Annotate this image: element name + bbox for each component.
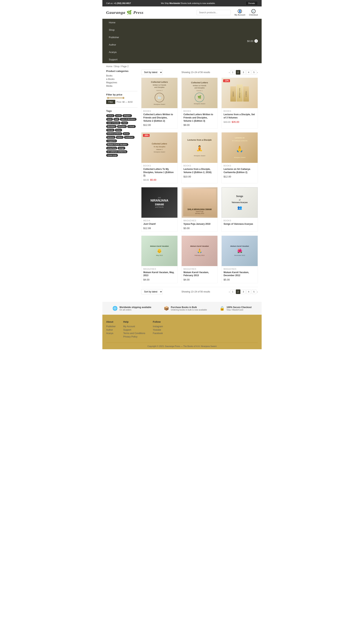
tag-mukam-karoti-vacalam[interactable]: Mukam Karoti Vacalam — [106, 143, 128, 146]
range-thumb-right[interactable] — [122, 97, 124, 99]
page-3[interactable]: 3 — [241, 70, 246, 75]
product-card-9[interactable]: Songs of Vaisnava Acaryas 👥 BOOKS Songs … — [222, 187, 258, 232]
product-card-3[interactable]: -13% Lectures from a Disciple Volume 3 B… — [222, 78, 258, 128]
tag-sri-caitanya-caritamrta[interactable]: sri caitanya caritamrta — [106, 150, 128, 153]
tag-bulk[interactable]: bulk — [113, 118, 120, 121]
sort-select[interactable]: Sort by latest — [141, 70, 163, 75]
footer-facebook[interactable]: Facebook — [153, 332, 163, 335]
footer-support[interactable]: Support — [123, 329, 145, 331]
page-5-bottom[interactable]: 5 — [252, 289, 256, 294]
tag-letters[interactable]: letters — [116, 136, 124, 139]
my-account-button[interactable]: 👤 My Account — [234, 9, 245, 16]
nav-shop[interactable]: Shop — [106, 26, 122, 34]
price-range-bar[interactable] — [106, 98, 123, 98]
tag-magazine[interactable]: magazine — [106, 139, 117, 142]
tag-lectures[interactable]: lectures — [106, 136, 116, 139]
page-1-bottom[interactable]: 1 — [230, 289, 235, 294]
checkout-button[interactable]: 🛒 Checkout — [249, 9, 258, 16]
tag-acarya[interactable]: acarya — [106, 114, 114, 117]
tag-preaching[interactable]: preaching — [106, 147, 117, 150]
product-card-6[interactable]: Lectures on Sri Caitanya-caritamrta 🙏 Ni… — [222, 132, 258, 183]
nav-acarya[interactable]: Acarya — [106, 48, 122, 56]
tag-songs[interactable]: songs — [118, 147, 125, 150]
footer-terms[interactable]: Terms and Conditions — [123, 332, 145, 335]
footer-acarya[interactable]: Acarya — [106, 332, 116, 335]
footer-my-account[interactable]: My Account — [123, 325, 145, 328]
category-magazines[interactable]: Magazines — [106, 81, 138, 84]
product-title[interactable]: Collected Letters Written to Friends and… — [184, 113, 216, 122]
filter-button[interactable]: Filter — [106, 100, 115, 104]
product-title[interactable]: Lectures on Sri Caitanya Caritamrita (Ed… — [224, 168, 256, 174]
nav-support[interactable]: Support — [106, 56, 122, 63]
next-page[interactable]: › — [257, 71, 258, 74]
prev-page[interactable]: ‹ — [229, 71, 230, 74]
tag-kirtan[interactable]: kirtan — [115, 129, 122, 132]
tag-krishna-protects[interactable]: krishna protects — [106, 132, 122, 135]
page-1[interactable]: 1 — [230, 70, 235, 75]
tag-krsna[interactable]: krsna — [123, 132, 130, 135]
product-card-7[interactable]: just NIRANJANA SWAMI and friends MEDIA J… — [141, 187, 178, 232]
next-page-bottom[interactable]: › — [257, 290, 258, 293]
product-card-5[interactable]: Lectures from a Disciple 🧘 Niranjana Swa… — [182, 132, 218, 183]
cart-info[interactable]: $0.00 0 — [247, 39, 258, 43]
account-icon: 👤 — [238, 9, 242, 13]
product-title[interactable]: Mukam Karoti Vacalam, December 2012 — [224, 271, 256, 277]
product-title[interactable]: Lectures from a Disciple, Volume 2 (Edit… — [184, 168, 216, 174]
feature-desc: On all orders — [120, 309, 151, 311]
tag-friends[interactable]: friends — [106, 129, 114, 132]
range-thumb-left[interactable] — [107, 97, 109, 99]
product-title[interactable]: Collected Letters To My Disciples, Volum… — [143, 168, 176, 177]
page-3-bottom[interactable]: 3 — [241, 289, 246, 294]
product-title[interactable]: Songs of Vaisnava Acaryas — [224, 223, 256, 226]
product-title[interactable]: Lectures from a Disciple, Set of 3 Volum… — [224, 113, 256, 119]
product-card-12[interactable]: Mukam Karoti Vacalam 🌺 December 2012 MAG… — [222, 236, 258, 283]
footer-privacy[interactable]: Privacy Policy — [123, 335, 145, 338]
page-2-bottom[interactable]: 2 — [236, 289, 240, 294]
tag-audio[interactable]: audio — [115, 114, 122, 117]
nav-home[interactable]: Home — [106, 19, 122, 26]
tag-devotees[interactable]: devotees — [106, 125, 116, 128]
tag-book[interactable]: book — [106, 118, 113, 121]
product-card-4[interactable]: -38% Collected Letters To My Disciples V… — [141, 132, 178, 183]
donate-button[interactable]: Donate — [246, 1, 258, 5]
nav-publisher[interactable]: Publisher — [106, 34, 122, 41]
footer-youtube[interactable]: Youtube — [153, 329, 163, 331]
product-card-8[interactable]: SHILA NIRANJANA SWAMI Vyasa Puja January… — [182, 187, 218, 232]
breadcrumb-home[interactable]: Home — [106, 65, 112, 68]
product-title[interactable]: Mukam Karoti Vacalam, May, 2013 — [143, 271, 176, 277]
sort-select-bottom[interactable]: Sort by latest — [141, 289, 163, 294]
product-title[interactable]: Just Chant! — [143, 223, 176, 226]
page-2[interactable]: 2 — [236, 70, 240, 75]
product-title[interactable]: Collected Letters Written to Friends and… — [143, 113, 176, 122]
nav-author[interactable]: Author — [106, 41, 122, 48]
product-title[interactable]: Vyasa Puja January 2010 — [184, 223, 216, 226]
category-ebooks[interactable]: e-Books — [106, 77, 138, 81]
breadcrumb-shop[interactable]: Shop — [114, 65, 120, 68]
tag-case-of-books[interactable]: case of books — [106, 121, 120, 124]
prev-page-bottom[interactable]: ‹ — [229, 290, 230, 293]
category-media[interactable]: Media — [106, 84, 138, 88]
logo[interactable]: Gauranga 🌿 Press — [106, 10, 144, 15]
category-books[interactable]: Books — [106, 74, 138, 77]
search-input[interactable] — [196, 10, 231, 15]
tag-lockdown[interactable]: lockdown — [124, 136, 134, 139]
footer-publisher[interactable]: Publisher — [106, 325, 116, 328]
tag-bhajans[interactable]: bhajans — [122, 114, 132, 117]
tag-care-of-devotees[interactable]: care of devotees — [120, 118, 136, 121]
product-category: BOOKS — [143, 165, 176, 167]
product-card-11[interactable]: Mukam Karoti Vacalam 🙏 February 2013 MAG… — [182, 236, 218, 283]
product-title[interactable]: Mukam Karoti Vacalam, February 2013 — [184, 271, 216, 277]
tag-vyasa-puja[interactable]: vyasa puja — [106, 154, 118, 157]
discount-badge: -13% — [223, 79, 230, 82]
tag-disciples[interactable]: disciples — [117, 125, 127, 128]
product-card-1[interactable]: Collected Letters Written to Friends and… — [141, 78, 178, 128]
page-5[interactable]: 5 — [252, 70, 256, 75]
tag-e-book[interactable]: e-book — [127, 125, 136, 128]
tag-chant[interactable]: chant — [121, 121, 128, 124]
page-4[interactable]: 4 — [246, 70, 251, 75]
product-card-2[interactable]: Collected Letters Written to Friends and… — [182, 78, 218, 128]
page-4-bottom[interactable]: 4 — [246, 289, 251, 294]
footer-author[interactable]: Author — [106, 329, 116, 331]
footer-instagram[interactable]: Instagram — [153, 325, 163, 328]
product-card-10[interactable]: Mukam Karoti Vacalam 👴 May 2013 MAGAZINE… — [141, 236, 178, 283]
